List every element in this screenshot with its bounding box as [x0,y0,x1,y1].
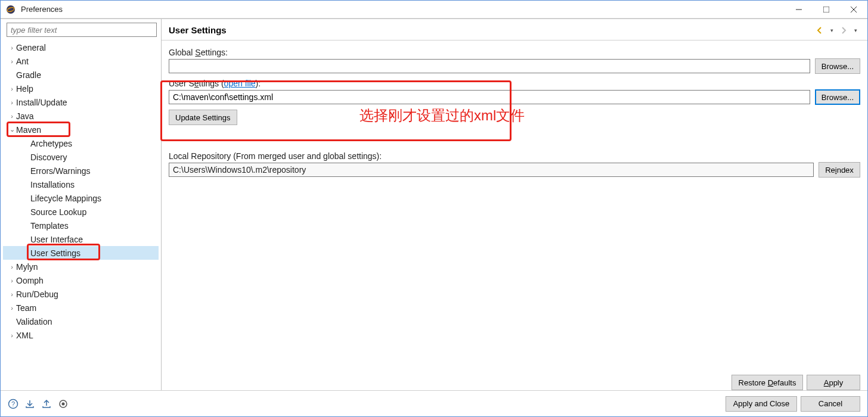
tree-item-discovery[interactable]: Discovery [3,150,159,164]
chevron-right-icon: › [8,113,16,120]
tree-item-xml[interactable]: ›XML [3,328,159,342]
main-header: User Settings ▾ ▾ [162,20,867,41]
filter-input[interactable] [7,23,157,37]
svg-text:?: ? [11,400,15,407]
global-settings-label: Global Settings: [169,48,860,57]
maven-row-wrap: ⌄Maven [3,123,159,136]
reindex-button[interactable]: Reindex [819,162,860,178]
maximize-button[interactable] [813,1,840,18]
tree-item-templates[interactable]: Templates [3,219,159,232]
tree-item-help[interactable]: ›Help [3,82,159,95]
nav-back-dropdown-icon[interactable]: ▾ [827,26,836,35]
chevron-right-icon: › [8,332,16,339]
local-repo-label: Local Repository (From merged user and g… [169,151,860,161]
record-icon[interactable] [58,399,69,409]
apply-button[interactable]: Apply [807,375,860,390]
tree-item-team[interactable]: ›Team [3,301,159,315]
user-settings-row-wrap: User Settings [3,246,159,260]
chevron-right-icon: › [8,85,16,92]
tree-item-general[interactable]: ›General [3,41,159,54]
update-row: Update Settings [169,110,860,125]
chevron-right-icon: › [8,291,16,298]
global-settings-row: Browse... [169,58,860,74]
preferences-window: Preferences ›General ›Ant Gradle ›Help ›… [0,0,868,417]
preferences-tree: ›General ›Ant Gradle ›Help ›Install/Upda… [3,41,159,342]
svg-rect-2 [823,7,829,13]
tree-item-oomph[interactable]: ›Oomph [3,273,159,287]
footer: ? Apply and Close Cancel [1,390,867,416]
header-nav-icons: ▾ ▾ [815,26,860,35]
main-panel: User Settings ▾ ▾ Global Settings: Brows… [162,19,867,390]
chevron-right-icon: › [8,304,16,312]
content-area: Global Settings: Browse... User Settings… [162,41,867,370]
restore-defaults-button[interactable]: Restore Defaults [731,375,803,390]
global-settings-input[interactable] [169,59,810,73]
tree-item-user-interface[interactable]: User Interface [3,232,159,246]
tree-item-install-update[interactable]: ›Install/Update [3,95,159,109]
chevron-right-icon: › [8,58,16,65]
chevron-right-icon: › [8,277,16,284]
page-title: User Settings [169,25,815,35]
eclipse-icon [5,4,16,15]
minimize-button[interactable] [785,1,813,18]
cancel-button[interactable]: Cancel [801,396,860,412]
user-browse-button[interactable]: Browse... [815,89,860,105]
chevron-down-icon: ⌄ [8,126,16,133]
titlebar: Preferences [1,1,867,18]
local-repo-input[interactable] [169,163,814,177]
global-browse-button[interactable]: Browse... [815,58,860,74]
close-button[interactable] [840,1,867,18]
help-icon[interactable]: ? [8,399,18,409]
footer-left-icons: ? [8,399,69,409]
nav-forward-icon[interactable] [839,26,848,35]
user-settings-label: User Settings (open file): [169,79,860,88]
tree-item-errors-warnings[interactable]: Errors/Warnings [3,164,159,178]
nav-back-icon[interactable] [815,26,824,35]
tree-item-installations[interactable]: Installations [3,178,159,191]
tree-item-validation[interactable]: Validation [3,315,159,328]
tree-item-source-lookup[interactable]: Source Lookup [3,205,159,219]
chevron-right-icon: › [8,263,16,270]
tree-item-mylyn[interactable]: ›Mylyn [3,260,159,273]
nav-forward-dropdown-icon[interactable]: ▾ [851,26,860,35]
export-icon[interactable] [41,399,52,409]
chevron-right-icon: › [8,44,16,51]
tree-item-gradle[interactable]: Gradle [3,68,159,82]
tree-item-lifecycle-mappings[interactable]: Lifecycle Mappings [3,191,159,205]
window-body: ›General ›Ant Gradle ›Help ›Install/Upda… [1,18,867,390]
tree-item-user-settings[interactable]: User Settings [3,246,159,260]
open-file-link[interactable]: open file [224,79,256,88]
update-settings-button[interactable]: Update Settings [169,110,237,125]
import-icon[interactable] [24,399,35,409]
local-repo-row: Reindex [169,162,860,178]
tree-item-ant[interactable]: ›Ant [3,54,159,68]
sidebar: ›General ›Ant Gradle ›Help ›Install/Upda… [1,19,162,390]
window-title: Preferences [21,5,785,14]
tree-item-java[interactable]: ›Java [3,109,159,123]
svg-point-6 [62,402,65,405]
chevron-right-icon: › [8,99,16,106]
main-actions: Restore Defaults Apply [162,370,867,390]
apply-and-close-button[interactable]: Apply and Close [726,396,797,412]
tree-item-run-debug[interactable]: ›Run/Debug [3,287,159,301]
user-settings-input[interactable] [169,90,810,104]
tree-item-archetypes[interactable]: Archetypes [3,136,159,150]
user-settings-row: Browse... [169,89,860,105]
tree-item-maven[interactable]: ⌄Maven [3,123,159,136]
